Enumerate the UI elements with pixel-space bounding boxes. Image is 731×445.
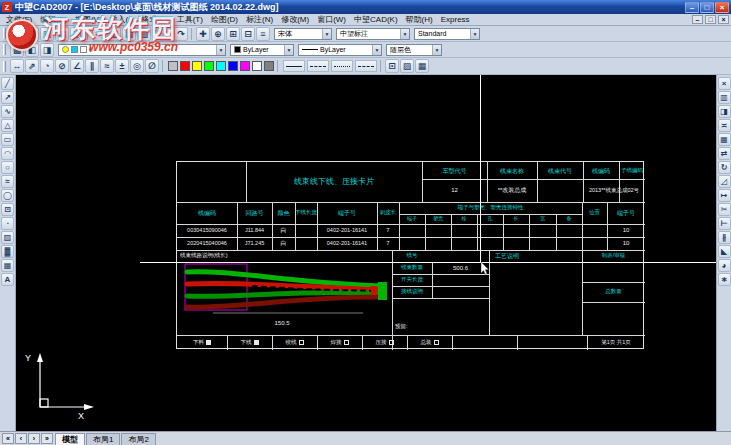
copy-object-icon[interactable]: ▥: [718, 91, 731, 104]
toolbar-grip[interactable]: [3, 44, 6, 55]
minimize-button[interactable]: –: [685, 2, 699, 13]
plot-style-combo[interactable]: 随层色 ▼: [386, 44, 442, 56]
polyline-icon[interactable]: ∿: [1, 105, 14, 118]
linetype-dashed-icon[interactable]: [307, 60, 329, 72]
linetype-continuous-icon[interactable]: [283, 60, 305, 72]
color-yellow-swatch[interactable]: [192, 61, 202, 71]
gradient-icon[interactable]: ▓: [1, 245, 14, 258]
copy-icon[interactable]: ▥: [107, 27, 121, 41]
mdi-restore-button[interactable]: □: [705, 15, 716, 24]
color-white-swatch[interactable]: [252, 61, 262, 71]
menu-express[interactable]: Express: [437, 15, 474, 24]
trim-icon[interactable]: ✂: [718, 203, 731, 216]
menu-edit[interactable]: 编辑(E): [36, 14, 71, 25]
move-icon[interactable]: ⇄: [718, 147, 731, 160]
explode-icon[interactable]: ∗: [718, 273, 731, 286]
toolbar-grip[interactable]: [3, 28, 6, 39]
match-properties-icon[interactable]: ▧: [137, 27, 151, 41]
extend-icon[interactable]: ⊢: [718, 217, 731, 230]
linetype-combo[interactable]: ByLayer ▼: [298, 44, 382, 56]
drawing-canvas[interactable]: 线束线下线、压接卡片 车型代号 线束名称 线束代号 线编码 子线编码 12 **…: [16, 75, 716, 431]
dim-style-combo[interactable]: 中望标注 ▼: [336, 28, 410, 40]
print-icon[interactable]: ▤: [55, 27, 69, 41]
dim-continue-icon[interactable]: ≈: [100, 59, 114, 73]
nav-prev-button[interactable]: ‹: [15, 433, 27, 444]
erase-icon[interactable]: ×: [718, 77, 731, 90]
circle-icon[interactable]: ○: [1, 161, 14, 174]
close-button[interactable]: ×: [715, 2, 729, 13]
nav-first-button[interactable]: «: [2, 433, 14, 444]
preview-icon[interactable]: ◫: [70, 27, 84, 41]
properties-icon[interactable]: ≡: [256, 27, 270, 41]
hatch-icon[interactable]: ▨: [400, 59, 414, 73]
line-icon[interactable]: ╱: [1, 77, 14, 90]
hatch-tool-icon[interactable]: ▨: [1, 231, 14, 244]
layer-combo[interactable]: 0 ▼: [58, 44, 226, 56]
table-insert-icon[interactable]: ▦: [415, 59, 429, 73]
spline-icon[interactable]: ≈: [1, 175, 14, 188]
color-bylayer-swatch[interactable]: [168, 61, 178, 71]
text-style-combo[interactable]: 宋体 ▼: [274, 28, 332, 40]
cut-icon[interactable]: ✂: [92, 27, 106, 41]
menu-modify[interactable]: 修改(M): [277, 14, 313, 25]
pan-icon[interactable]: ✚: [196, 27, 210, 41]
menu-window[interactable]: 窗口(W): [313, 14, 350, 25]
dim-angular-icon[interactable]: ∠: [70, 59, 84, 73]
table-style-combo[interactable]: Standard ▼: [414, 28, 480, 40]
layer-states-icon[interactable]: ◧: [25, 43, 39, 57]
block-insert-icon[interactable]: ⊡: [385, 59, 399, 73]
save-icon[interactable]: ▣: [40, 27, 54, 41]
rotate-icon[interactable]: ↻: [718, 161, 731, 174]
color-blue-swatch[interactable]: [228, 61, 238, 71]
layer-previous-icon[interactable]: ◨: [40, 43, 54, 57]
undo-icon[interactable]: ↶: [159, 27, 173, 41]
ray-icon[interactable]: ↗: [1, 91, 14, 104]
zoom-window-icon[interactable]: ⊞: [226, 27, 240, 41]
dim-diameter-icon[interactable]: ⊘: [55, 59, 69, 73]
fillet-icon[interactable]: ◕: [718, 259, 731, 272]
redo-icon[interactable]: ↷: [174, 27, 188, 41]
color-green-swatch[interactable]: [204, 61, 214, 71]
dim-linear-icon[interactable]: ↔: [10, 59, 24, 73]
toolbar-grip[interactable]: [3, 61, 6, 72]
zoom-realtime-icon[interactable]: ⊕: [211, 27, 225, 41]
linetype-center-icon[interactable]: [355, 60, 377, 72]
menu-dimension[interactable]: 标注(N): [242, 14, 277, 25]
nav-last-button[interactable]: »: [41, 433, 53, 444]
dim-aligned-icon[interactable]: ⇗: [25, 59, 39, 73]
table-tool-icon[interactable]: ▦: [1, 259, 14, 272]
dim-parallel-icon[interactable]: ∥: [85, 59, 99, 73]
linetype-dotted-icon[interactable]: [331, 60, 353, 72]
scale-icon[interactable]: ◿: [718, 175, 731, 188]
tab-layout2[interactable]: 布局2: [121, 433, 155, 445]
text-tool-icon[interactable]: A: [1, 273, 14, 286]
rectangle-icon[interactable]: ▭: [1, 133, 14, 146]
maximize-button[interactable]: □: [700, 2, 714, 13]
dim-empty-icon[interactable]: ∅: [145, 59, 159, 73]
menu-file[interactable]: 文件(F): [2, 14, 36, 25]
paste-icon[interactable]: ▦: [122, 27, 136, 41]
menu-view[interactable]: 视图(V): [71, 14, 106, 25]
arc-icon[interactable]: ◠: [1, 147, 14, 160]
color-combo[interactable]: ByLayer ▼: [230, 44, 294, 56]
color-magenta-swatch[interactable]: [240, 61, 250, 71]
menu-tools[interactable]: 工具(T): [173, 14, 207, 25]
color-red-swatch[interactable]: [180, 61, 190, 71]
polygon-icon[interactable]: △: [1, 119, 14, 132]
menu-format[interactable]: 格式(O): [137, 14, 173, 25]
array-icon[interactable]: ▦: [718, 133, 731, 146]
mdi-close-button[interactable]: ×: [718, 15, 729, 24]
menu-insert[interactable]: 插入(I): [106, 14, 138, 25]
nav-next-button[interactable]: ›: [28, 433, 40, 444]
insert-block-icon[interactable]: ⊡: [1, 203, 14, 216]
tab-model[interactable]: 模型: [55, 433, 85, 445]
mirror-icon[interactable]: ◨: [718, 105, 731, 118]
dim-tolerance-icon[interactable]: ±: [115, 59, 129, 73]
menu-zwcad[interactable]: 中望CAD(K): [350, 14, 402, 25]
stretch-icon[interactable]: ↦: [718, 189, 731, 202]
zoom-previous-icon[interactable]: ⊟: [241, 27, 255, 41]
menu-help[interactable]: 帮助(H): [402, 14, 437, 25]
open-icon[interactable]: ◰: [25, 27, 39, 41]
chamfer-icon[interactable]: ◣: [718, 245, 731, 258]
new-icon[interactable]: ▢: [10, 27, 24, 41]
